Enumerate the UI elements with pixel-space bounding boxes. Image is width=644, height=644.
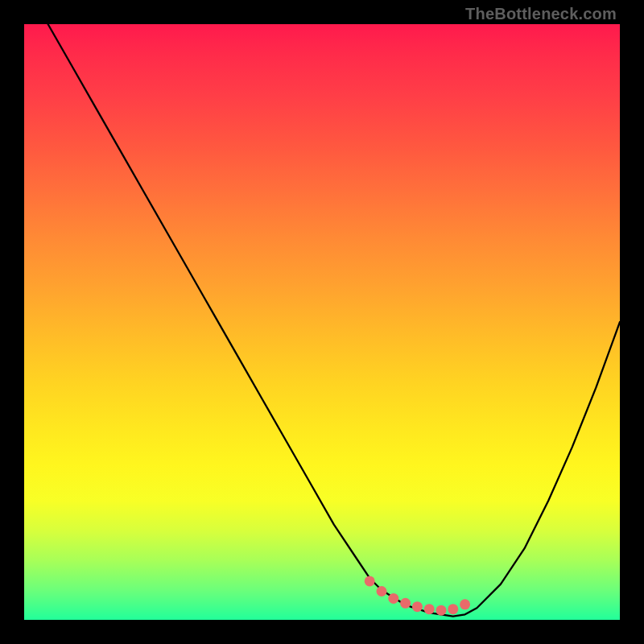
bottleneck-curve [48, 24, 620, 617]
plot-area [24, 24, 620, 620]
curve-marker [424, 604, 435, 614]
curve-marker [365, 576, 375, 586]
curve-svg [24, 24, 620, 620]
curve-marker [436, 605, 447, 616]
curve-marker [460, 599, 470, 609]
curve-marker [412, 601, 423, 612]
curve-marker [400, 598, 411, 609]
curve-marker [377, 586, 387, 597]
chart-container: TheBottleneck.com [0, 0, 644, 644]
attribution-label: TheBottleneck.com [465, 5, 617, 23]
marker-group [365, 576, 470, 615]
curve-marker [388, 593, 398, 604]
curve-marker [448, 604, 458, 614]
